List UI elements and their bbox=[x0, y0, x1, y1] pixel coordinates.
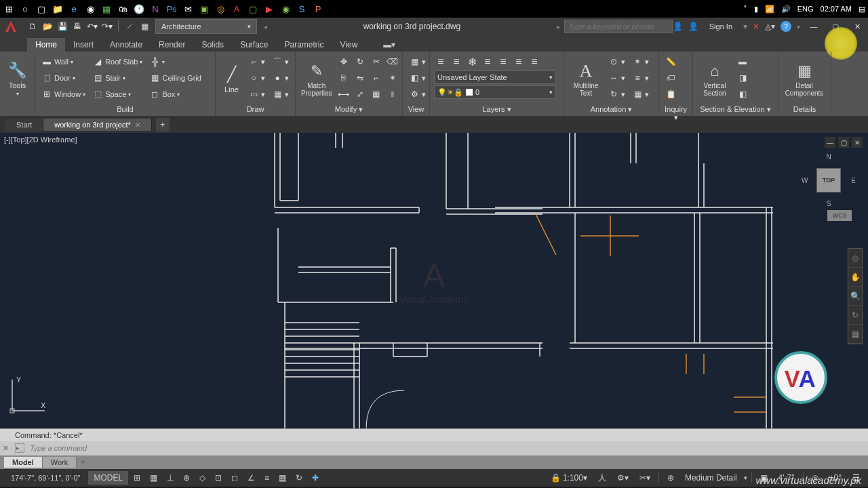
mail-icon[interactable]: ✉ bbox=[182, 3, 194, 15]
anno3-button[interactable]: ▦▾ bbox=[630, 87, 651, 102]
minimize-button[interactable]: — bbox=[806, 20, 822, 33]
app6-icon[interactable]: ◉ bbox=[279, 3, 292, 15]
sb-transp-icon[interactable]: ▦ bbox=[275, 471, 290, 485]
open-icon[interactable]: 📂 bbox=[41, 20, 54, 33]
ppt-icon[interactable]: P bbox=[312, 3, 324, 15]
view1-button[interactable]: ▦▾ bbox=[407, 54, 428, 69]
lang-indicator[interactable]: ENG bbox=[797, 5, 814, 13]
mirror-icon[interactable]: ⇋ bbox=[353, 70, 368, 85]
sb-model[interactable]: MODEL bbox=[88, 471, 128, 485]
hatch-button[interactable]: ▦▾ bbox=[270, 87, 291, 102]
layer-tool-4[interactable]: ≡ bbox=[481, 56, 494, 68]
modify-panel-label[interactable]: Modify ▾ bbox=[300, 104, 398, 115]
sb-polar-icon[interactable]: ⊕ bbox=[179, 471, 194, 485]
tab-extra-icon[interactable]: ▬▾ bbox=[379, 38, 399, 52]
tab-file[interactable]: working on 3rd project*✕ bbox=[43, 119, 152, 131]
close-tab-icon[interactable]: ✕ bbox=[135, 121, 140, 129]
sb-iso-icon[interactable]: ◇ bbox=[195, 471, 210, 485]
clock-icon[interactable]: 🕐 bbox=[133, 3, 145, 15]
anno1-button[interactable]: ✶▾ bbox=[630, 54, 651, 69]
cmd-prompt-icon[interactable]: ▸_ bbox=[15, 443, 24, 453]
qat-icon1[interactable]: ⟋ bbox=[123, 20, 136, 33]
edge-icon[interactable]: e bbox=[68, 3, 80, 15]
sb-cycle-icon[interactable]: ↻ bbox=[292, 471, 307, 485]
layer-tool-6[interactable]: ≡ bbox=[512, 56, 526, 68]
tab-render[interactable]: Render bbox=[151, 38, 193, 52]
match-button[interactable]: ✎ Match Properties bbox=[300, 54, 334, 104]
dim3-button[interactable]: ↻▾ bbox=[606, 87, 627, 102]
skype-icon[interactable]: S bbox=[296, 3, 308, 15]
sb-osnap-icon[interactable]: ⊡ bbox=[211, 471, 226, 485]
layer-tool-5[interactable]: ≡ bbox=[496, 56, 510, 68]
redo-icon[interactable]: ↷▾ bbox=[100, 20, 114, 33]
explode-icon[interactable]: ✶ bbox=[385, 70, 400, 85]
tray-chevron-icon[interactable]: ˅ bbox=[743, 5, 747, 14]
tools-button[interactable]: 🔧 Tools▾ bbox=[4, 54, 31, 104]
arc-button[interactable]: ⌒▾ bbox=[270, 54, 291, 69]
layers-panel-label[interactable]: Layers ▾ bbox=[434, 104, 559, 115]
wifi-icon[interactable]: 📶 bbox=[765, 5, 774, 14]
layer-tool-1[interactable]: ≡ bbox=[434, 56, 448, 68]
app3-icon[interactable]: ◎ bbox=[214, 3, 226, 15]
signin-button[interactable]: Sign In bbox=[704, 22, 738, 30]
search-input[interactable] bbox=[564, 20, 673, 33]
sb-gear-icon[interactable]: ⚙▾ bbox=[613, 471, 633, 485]
space-button[interactable]: ⬚Space ▾ bbox=[90, 87, 144, 102]
new-icon[interactable]: 🗋 bbox=[26, 20, 39, 33]
taskview-icon[interactable]: ▢ bbox=[35, 3, 47, 15]
tab-annotate[interactable]: Annotate bbox=[102, 38, 151, 52]
drawing-canvas[interactable]: [-][Top][2D Wireframe] — ▢ ✕ N S E W TOP… bbox=[0, 133, 868, 428]
exchange-icon[interactable]: ✕ bbox=[753, 22, 760, 31]
inq1-button[interactable]: 📏 bbox=[663, 54, 678, 69]
tab-view[interactable]: View bbox=[332, 38, 366, 52]
section-panel-label[interactable]: Section & Elevation ▾ bbox=[697, 104, 774, 115]
polyline-button[interactable]: ⌐▾ bbox=[246, 54, 267, 69]
sb-lweight-icon[interactable]: ≡ bbox=[260, 471, 273, 485]
tab-surface[interactable]: Surface bbox=[232, 38, 276, 52]
vsection-button[interactable]: ⌂ Vertical Section bbox=[697, 54, 732, 104]
cortana-icon[interactable]: ○ bbox=[19, 3, 31, 15]
coordinates[interactable]: 174'-7", 69'-11", 0'-0" bbox=[4, 474, 87, 482]
sb-ortho-icon[interactable]: ⊥ bbox=[163, 471, 178, 485]
roofslab-button[interactable]: ◢Roof Slab ▾ bbox=[90, 54, 144, 69]
layout-add-button[interactable]: + bbox=[77, 457, 89, 468]
sb-otrack-icon[interactable]: ∠ bbox=[243, 471, 259, 485]
layout-work[interactable]: Work bbox=[43, 457, 77, 468]
tab-insert[interactable]: Insert bbox=[65, 38, 102, 52]
print-icon[interactable]: 🖶 bbox=[71, 20, 84, 33]
layer-tool-7[interactable]: ≡ bbox=[528, 56, 541, 68]
undo-icon[interactable]: ↶▾ bbox=[85, 20, 99, 33]
sb-anno-icon[interactable]: 人 bbox=[594, 471, 610, 485]
a360-icon[interactable]: ◬▾ bbox=[765, 22, 775, 31]
line-button[interactable]: ╱ Line bbox=[220, 54, 243, 104]
erase-icon[interactable]: ⌫ bbox=[385, 54, 400, 69]
qat-icon2[interactable]: ▦ bbox=[138, 20, 151, 33]
explorer-icon[interactable]: 📁 bbox=[52, 3, 64, 15]
sb-snap-icon[interactable]: ▦ bbox=[146, 471, 161, 485]
array-icon[interactable]: ▦ bbox=[369, 87, 384, 102]
app4-icon[interactable]: ▢ bbox=[247, 3, 259, 15]
cmd-close-icon[interactable]: ✕ bbox=[3, 444, 12, 453]
ucs-icon[interactable]: YX bbox=[7, 375, 47, 416]
copy-icon[interactable]: ⎘ bbox=[336, 70, 351, 85]
stair-button[interactable]: ▤Stair ▾ bbox=[90, 70, 144, 85]
sec1-button[interactable]: ▬ bbox=[735, 54, 750, 69]
layer-tool-3[interactable]: ❄ bbox=[465, 56, 479, 68]
rotate-icon[interactable]: ↻ bbox=[353, 54, 368, 69]
sb-cut-icon[interactable]: ✂▾ bbox=[635, 471, 654, 485]
view3-button[interactable]: ⚙▾ bbox=[407, 87, 428, 102]
store-icon[interactable]: 🛍 bbox=[117, 3, 129, 15]
tab-home[interactable]: Home bbox=[27, 38, 65, 52]
chrome-icon[interactable]: ◉ bbox=[84, 3, 96, 15]
anno2-button[interactable]: ≡▾ bbox=[630, 70, 651, 85]
offset-icon[interactable]: ⫴ bbox=[385, 87, 400, 102]
door-button[interactable]: ⎕Door ▾ bbox=[39, 70, 87, 85]
grid-button[interactable]: ╬▾ bbox=[147, 54, 203, 69]
save-icon[interactable]: 💾 bbox=[56, 20, 69, 33]
dim2-button[interactable]: ↔▾ bbox=[606, 70, 627, 85]
layer-state-dropdown[interactable]: Unsaved Layer State bbox=[434, 70, 556, 84]
move-icon[interactable]: ✥ bbox=[336, 54, 351, 69]
details-button[interactable]: ▦ Detail Components bbox=[783, 54, 826, 104]
inq3-button[interactable]: 📋 bbox=[663, 87, 678, 102]
add-tab-button[interactable]: + bbox=[156, 118, 170, 131]
